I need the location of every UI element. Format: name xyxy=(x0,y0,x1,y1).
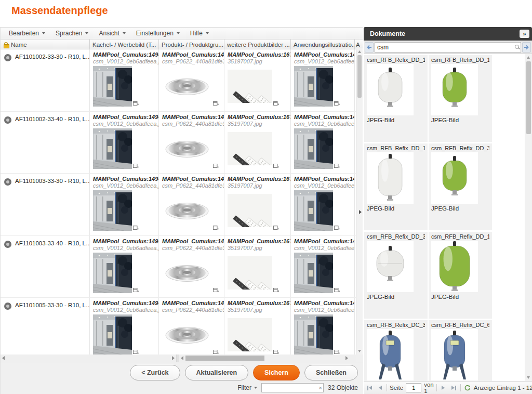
image-thumbnail[interactable] xyxy=(93,128,132,169)
image-thumbnail[interactable] xyxy=(228,70,272,103)
document-thumbnail[interactable] xyxy=(367,152,414,204)
scrollbar-thumb[interactable] xyxy=(185,356,264,361)
previous-page-icon[interactable] xyxy=(376,384,384,392)
kachel-werbebild-cell[interactable]: MAMPool_Cumulus:1494 csm_V0012_0eb6adfee… xyxy=(90,298,159,356)
replace-image-icon[interactable] xyxy=(133,287,139,293)
image-thumbnail[interactable] xyxy=(162,261,212,285)
weitere-produktbilder-cell[interactable]: MAMPool_Cumulus:1678 35197007.jpg xyxy=(224,112,291,174)
scroll-left-icon[interactable] xyxy=(2,356,5,360)
produktbild-cell[interactable]: MAMPool_Cumulus:1493 csm_P0622_440a81dfe… xyxy=(159,112,224,174)
scroll-up-icon[interactable] xyxy=(358,50,361,53)
produktbild-cell[interactable]: MAMPool_Cumulus:1493 csm_P0622_440a81dfe… xyxy=(159,49,224,111)
anwendungsillustration-cell[interactable]: MAMPool_Cumulus:1423 csm_V0012_0eb6adfee… xyxy=(291,298,355,356)
table-row[interactable]: AF1101003-33-40 - R10, L… MAMPool_Cumulu… xyxy=(1,236,363,298)
weitere-produktbilder-cell[interactable]: MAMPool_Cumulus:1678 35197007.jpg xyxy=(224,236,291,298)
refresh-button[interactable]: Aktualisieren xyxy=(185,365,249,380)
back-button[interactable]: < Zurück xyxy=(130,365,180,380)
close-button[interactable]: Schließen xyxy=(304,365,358,380)
column-header-anwendungsillustration[interactable]: Anwendungsillustratio... xyxy=(291,40,355,49)
kachel-werbebild-cell[interactable]: MAMPool_Cumulus:1494 csm_V0012_0eb6adfee… xyxy=(90,49,159,111)
name-cell[interactable]: AF1101002-33-30 - R10, L… xyxy=(1,49,90,111)
menu-item-bearbeiten[interactable]: Bearbeiten xyxy=(4,29,50,38)
name-cell[interactable]: AF1101003-33-40 - R10, L… xyxy=(1,236,90,298)
image-thumbnail[interactable] xyxy=(93,253,132,293)
save-button[interactable]: Sichern xyxy=(253,365,300,380)
column-header-name[interactable]: Name xyxy=(1,40,90,49)
document-thumbnail[interactable] xyxy=(367,329,414,380)
scroll-down-icon[interactable] xyxy=(527,376,530,379)
produktbild-cell[interactable]: MAMPool_Cumulus:1493 csm_P0622_440a81dfe… xyxy=(159,174,224,235)
image-thumbnail[interactable] xyxy=(93,190,132,231)
scroll-right-icon[interactable] xyxy=(345,356,348,360)
replace-image-icon[interactable] xyxy=(213,101,219,107)
scrollbar-thumb[interactable] xyxy=(357,55,362,98)
document-card[interactable]: csm_RFB_Refix_DD_12... JPEG-Bild xyxy=(429,55,492,142)
weitere-produktbilder-cell[interactable]: MAMPool_Cumulus:1678 35197007.jpg xyxy=(224,298,291,356)
document-card[interactable]: csm_RFB_Refix_DC_60... JPEG-Bild xyxy=(429,320,492,382)
kachel-werbebild-cell[interactable]: MAMPool_Cumulus:1494 csm_V0012_0eb6adfee… xyxy=(90,174,159,235)
weitere-produktbilder-cell[interactable]: MAMPool_Cumulus:1678 35197007.jpg xyxy=(224,174,291,235)
image-thumbnail[interactable] xyxy=(93,66,132,107)
image-thumbnail[interactable] xyxy=(162,74,212,98)
menu-item-einstellungen[interactable]: Einstellungen xyxy=(131,29,185,38)
table-row[interactable]: AF1101005-33-30 - R10, L… MAMPool_Cumulu… xyxy=(1,298,363,356)
page-number-input[interactable] xyxy=(406,383,421,392)
replace-image-icon[interactable] xyxy=(334,225,340,231)
table-vertical-scrollbar[interactable] xyxy=(356,48,363,354)
replace-image-icon[interactable] xyxy=(133,225,139,231)
hscroll-main-pane[interactable] xyxy=(179,354,356,362)
kachel-werbebild-cell[interactable]: MAMPool_Cumulus:1494 csm_V0012_0eb6adfee… xyxy=(90,236,159,298)
document-card[interactable]: csm_RFB_Refix_DD_18... JPEG-Bild xyxy=(364,143,428,230)
image-thumbnail[interactable] xyxy=(294,66,333,107)
image-thumbnail[interactable] xyxy=(228,318,272,351)
document-search-input[interactable] xyxy=(375,42,521,52)
name-cell[interactable]: AF1101005-33-30 - R10, L… xyxy=(1,298,90,356)
image-thumbnail[interactable] xyxy=(228,256,272,290)
documents-vertical-scrollbar[interactable] xyxy=(525,54,532,381)
produktbild-cell[interactable]: MAMPool_Cumulus:1493 csm_P0622_440a81dfe… xyxy=(159,298,224,356)
anwendungsillustration-cell[interactable]: MAMPool_Cumulus:1423 csm_V0012_0eb6adfee… xyxy=(291,112,355,174)
scroll-down-icon[interactable] xyxy=(358,350,361,352)
replace-image-icon[interactable] xyxy=(273,287,279,293)
anwendungsillustration-cell[interactable]: MAMPool_Cumulus:1423 csm_V0012_0eb6adfee… xyxy=(291,236,355,298)
name-cell[interactable]: AF1101002-33-40 - R10, L… xyxy=(1,112,90,174)
document-thumbnail[interactable] xyxy=(367,241,414,292)
replace-image-icon[interactable] xyxy=(133,163,139,169)
image-thumbnail[interactable] xyxy=(162,323,212,347)
table-row[interactable]: AF1101003-33-30 - R10, L… MAMPool_Cumulu… xyxy=(1,174,363,236)
image-thumbnail[interactable] xyxy=(162,137,212,161)
first-page-icon[interactable] xyxy=(366,384,374,392)
document-thumbnail[interactable] xyxy=(431,241,478,292)
image-thumbnail[interactable] xyxy=(294,128,333,169)
filter-label[interactable]: Filter xyxy=(237,384,257,391)
scrollbar-thumb[interactable] xyxy=(526,61,531,134)
clear-filter-icon[interactable]: × xyxy=(319,384,322,392)
replace-image-icon[interactable] xyxy=(213,287,219,293)
replace-image-icon[interactable] xyxy=(334,163,340,169)
menu-item-ansicht[interactable]: Ansicht xyxy=(94,29,130,38)
document-thumbnail[interactable] xyxy=(431,64,478,115)
replace-image-icon[interactable] xyxy=(133,101,139,107)
replace-image-icon[interactable] xyxy=(334,101,340,107)
column-header-produktbild[interactable]: Produkt- / Produktgru... xyxy=(159,40,224,49)
replace-image-icon[interactable] xyxy=(213,163,219,169)
replace-image-icon[interactable] xyxy=(334,287,340,293)
name-cell[interactable]: AF1101003-33-30 - R10, L… xyxy=(1,174,90,235)
next-page-icon[interactable] xyxy=(440,384,447,392)
anwendungsillustration-cell[interactable]: MAMPool_Cumulus:1423 csm_V0012_0eb6adfee… xyxy=(291,49,355,111)
replace-image-icon[interactable] xyxy=(213,225,219,231)
column-header-partial[interactable]: A xyxy=(355,40,363,49)
hscroll-locked-pane[interactable] xyxy=(1,354,176,362)
column-header-weitere-produktbilder[interactable]: weitere Produktbilder ... xyxy=(224,40,291,49)
replace-image-icon[interactable] xyxy=(273,163,279,169)
image-thumbnail[interactable] xyxy=(228,194,272,227)
filter-input[interactable] xyxy=(261,383,324,392)
image-thumbnail[interactable] xyxy=(294,314,333,355)
column-header-kachel-werbebild[interactable]: Kachel- / Werbebild (T... xyxy=(90,40,159,49)
anwendungsillustration-cell[interactable]: MAMPool_Cumulus:1423 csm_V0012_0eb6adfee… xyxy=(291,174,355,235)
document-card[interactable]: csm_RFB_Refix_DD_33... JPEG-Bild xyxy=(429,143,492,230)
scroll-right-icon[interactable] xyxy=(172,356,175,360)
scroll-left-icon[interactable] xyxy=(181,356,183,360)
image-thumbnail[interactable] xyxy=(93,314,132,355)
menu-item-hilfe[interactable]: Hilfe xyxy=(185,29,214,38)
